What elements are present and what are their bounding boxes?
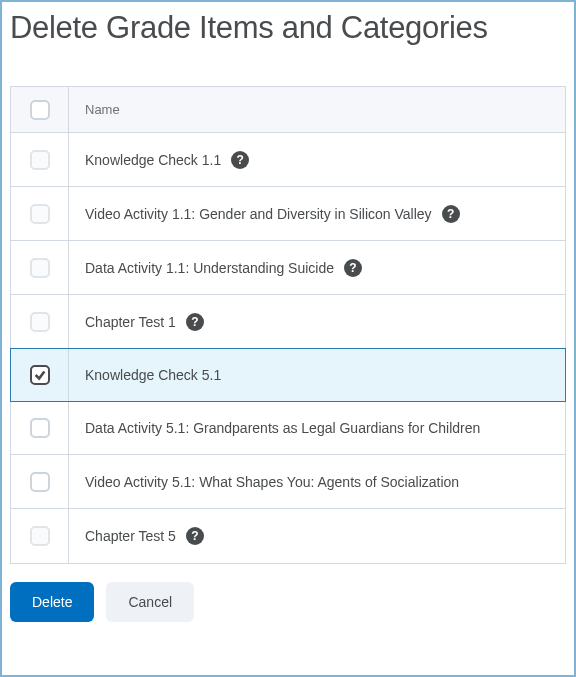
row-checkbox[interactable]	[30, 472, 50, 492]
name-cell: Data Activity 1.1: Understanding Suicide…	[69, 245, 565, 291]
name-column-header: Name	[69, 88, 565, 131]
select-all-cell	[11, 87, 69, 132]
table-row: Video Activity 5.1: What Shapes You: Age…	[11, 455, 565, 509]
name-cell: Chapter Test 5?	[69, 513, 565, 559]
footer-actions: Delete Cancel	[10, 582, 566, 622]
name-cell: Video Activity 1.1: Gender and Diversity…	[69, 191, 565, 237]
checkbox-cell	[11, 455, 69, 508]
table-row: Chapter Test 1?	[11, 295, 565, 349]
checkbox-cell	[11, 295, 69, 348]
grade-item-label: Data Activity 5.1: Grandparents as Legal…	[85, 420, 480, 436]
checkbox-cell	[11, 133, 69, 186]
grade-item-label: Chapter Test 1	[85, 314, 176, 330]
checkbox-cell	[11, 241, 69, 294]
checkbox-cell	[11, 187, 69, 240]
help-icon[interactable]: ?	[186, 313, 204, 331]
table-row: Data Activity 1.1: Understanding Suicide…	[11, 241, 565, 295]
table-row: Data Activity 5.1: Grandparents as Legal…	[11, 401, 565, 455]
table-row: Video Activity 1.1: Gender and Diversity…	[11, 187, 565, 241]
help-icon[interactable]: ?	[231, 151, 249, 169]
row-checkbox	[30, 150, 50, 170]
grade-item-label: Video Activity 1.1: Gender and Diversity…	[85, 206, 432, 222]
row-checkbox[interactable]	[30, 365, 50, 385]
name-cell: Knowledge Check 5.1	[69, 353, 565, 397]
row-checkbox	[30, 312, 50, 332]
page-title: Delete Grade Items and Categories	[10, 10, 566, 46]
row-checkbox[interactable]	[30, 418, 50, 438]
table-row: Knowledge Check 1.1?	[11, 133, 565, 187]
grade-item-label: Video Activity 5.1: What Shapes You: Age…	[85, 474, 459, 490]
name-cell: Video Activity 5.1: What Shapes You: Age…	[69, 460, 565, 504]
grade-item-label: Chapter Test 5	[85, 528, 176, 544]
grade-item-label: Knowledge Check 5.1	[85, 367, 221, 383]
grade-items-table: Name Knowledge Check 1.1?Video Activity …	[10, 86, 566, 564]
checkbox-cell	[11, 509, 69, 563]
row-checkbox	[30, 204, 50, 224]
row-checkbox	[30, 526, 50, 546]
help-icon[interactable]: ?	[442, 205, 460, 223]
name-cell: Knowledge Check 1.1?	[69, 137, 565, 183]
delete-button[interactable]: Delete	[10, 582, 94, 622]
table-row: Knowledge Check 5.1	[10, 348, 566, 402]
help-icon[interactable]: ?	[344, 259, 362, 277]
checkbox-cell	[11, 349, 69, 401]
grade-item-label: Data Activity 1.1: Understanding Suicide	[85, 260, 334, 276]
checkbox-cell	[11, 401, 69, 454]
name-cell: Chapter Test 1?	[69, 299, 565, 345]
grade-item-label: Knowledge Check 1.1	[85, 152, 221, 168]
row-checkbox	[30, 258, 50, 278]
table-header-row: Name	[11, 87, 565, 133]
name-cell: Data Activity 5.1: Grandparents as Legal…	[69, 406, 565, 450]
help-icon[interactable]: ?	[186, 527, 204, 545]
cancel-button[interactable]: Cancel	[106, 582, 194, 622]
select-all-checkbox[interactable]	[30, 100, 50, 120]
table-row: Chapter Test 5?	[11, 509, 565, 563]
